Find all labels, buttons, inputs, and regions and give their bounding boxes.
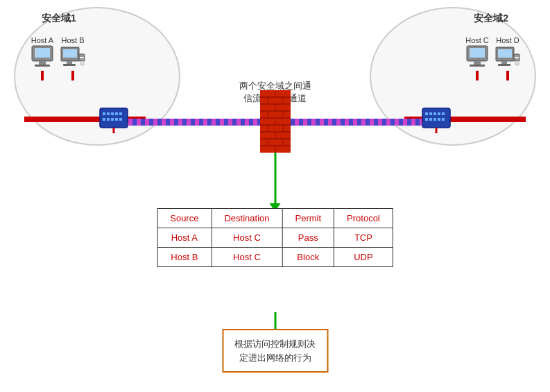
svg-rect-33 xyxy=(107,118,110,121)
svg-point-18 xyxy=(470,53,472,55)
host-b-group: Host B xyxy=(60,36,86,80)
computer-a-icon xyxy=(29,44,55,71)
host-a-label: Host A xyxy=(31,36,53,44)
computer-c-icon xyxy=(464,44,490,71)
switch1 xyxy=(98,103,129,136)
svg-rect-48 xyxy=(442,118,445,121)
svg-rect-3 xyxy=(35,65,50,67)
svg-rect-35 xyxy=(115,118,118,121)
svg-rect-9 xyxy=(63,64,76,66)
bottom-description-box: 根据访问控制规则决 定进出网络的行为 xyxy=(222,329,328,373)
svg-rect-34 xyxy=(111,118,114,121)
svg-rect-21 xyxy=(501,61,507,64)
col-permit: Permit xyxy=(282,209,334,228)
table-row: Host A Host C Pass TCP xyxy=(157,228,393,248)
svg-rect-36 xyxy=(119,118,122,121)
svg-point-5 xyxy=(35,53,37,55)
zone1-label: 安全域1 xyxy=(42,12,76,25)
svg-point-17 xyxy=(470,49,472,51)
svg-rect-39 xyxy=(425,112,428,115)
host-d-label: Host D xyxy=(496,36,519,44)
host-a-connector xyxy=(41,71,44,80)
row2-source: Host B xyxy=(157,248,212,267)
svg-rect-43 xyxy=(442,112,445,115)
row1-protocol: TCP xyxy=(334,228,393,248)
host-d-connector xyxy=(506,71,509,80)
svg-rect-44 xyxy=(425,118,428,121)
svg-rect-14 xyxy=(470,48,485,58)
svg-rect-46 xyxy=(433,118,436,121)
table-row: Host B Host C Block UDP xyxy=(157,248,393,267)
table-header-row: Source Destination Permit Protocol xyxy=(157,209,393,228)
bottom-text-line1: 根据访问控制规则决 xyxy=(234,337,316,351)
svg-rect-27 xyxy=(103,112,105,115)
svg-point-4 xyxy=(35,49,37,51)
host-b-connector xyxy=(71,71,74,80)
row1-dest: Host C xyxy=(212,228,282,248)
bottom-text-line2: 定进出网络的行为 xyxy=(234,351,316,365)
svg-rect-2 xyxy=(39,61,46,65)
svg-rect-32 xyxy=(103,118,105,121)
svg-rect-22 xyxy=(498,64,510,66)
arrow-firewall-to-table xyxy=(274,153,276,205)
row2-protocol: UDP xyxy=(334,248,393,267)
svg-rect-16 xyxy=(470,65,485,67)
host-c-connector xyxy=(476,71,479,80)
host-c-group: Host C xyxy=(464,36,490,80)
svg-rect-30 xyxy=(115,112,118,115)
col-source: Source xyxy=(157,209,212,228)
host-b-label: Host B xyxy=(61,36,84,44)
row1-source: Host A xyxy=(157,228,212,248)
svg-rect-47 xyxy=(438,118,440,121)
row1-permit: Pass xyxy=(282,228,334,248)
firewall-icon xyxy=(260,90,291,153)
svg-rect-24 xyxy=(515,57,519,58)
col-destination: Destination xyxy=(212,209,282,228)
host-c-label: Host C xyxy=(465,36,489,44)
col-protocol: Protocol xyxy=(334,209,393,228)
zone2-label: 安全域2 xyxy=(474,12,508,25)
diagram-container: 安全域1 Host A Host B xyxy=(0,0,550,392)
svg-rect-45 xyxy=(429,118,432,121)
row2-dest: Host C xyxy=(212,248,282,267)
host-d-group: Host D xyxy=(495,36,521,80)
rules-table: Source Destination Permit Protocol Host … xyxy=(157,208,393,267)
svg-rect-8 xyxy=(67,61,72,64)
svg-rect-29 xyxy=(111,112,114,115)
svg-rect-11 xyxy=(80,57,84,58)
computer-d-icon xyxy=(495,44,521,71)
svg-rect-1 xyxy=(35,48,50,58)
svg-rect-7 xyxy=(63,49,77,58)
row2-permit: Block xyxy=(282,248,334,267)
switch2 xyxy=(421,103,452,136)
svg-rect-40 xyxy=(429,112,432,115)
host-a-group: Host A xyxy=(29,36,55,80)
svg-rect-20 xyxy=(498,49,512,58)
svg-rect-28 xyxy=(107,112,110,115)
svg-rect-25 xyxy=(515,61,519,65)
svg-rect-42 xyxy=(438,112,440,115)
svg-rect-15 xyxy=(474,61,481,65)
svg-rect-12 xyxy=(80,61,84,65)
computer-b-icon xyxy=(60,44,86,71)
svg-rect-41 xyxy=(433,112,436,115)
svg-rect-31 xyxy=(119,112,122,115)
